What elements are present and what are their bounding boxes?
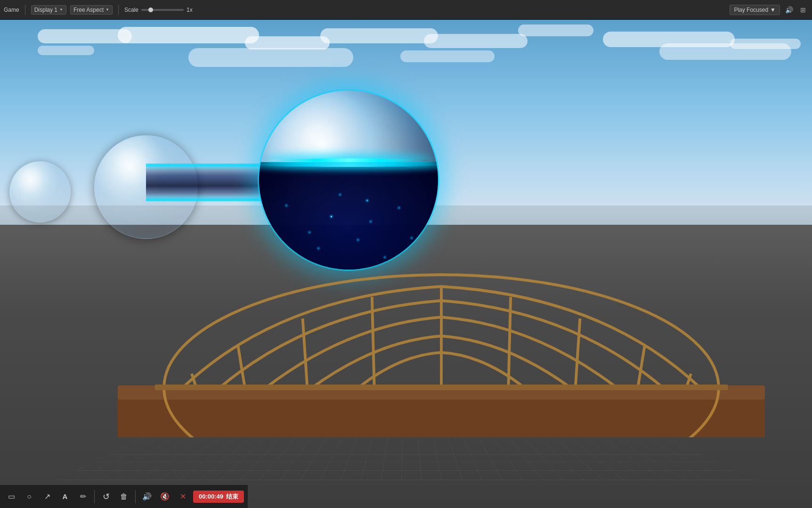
record-time: 00:00:49 <box>199 493 223 500</box>
rect-icon: ▭ <box>8 492 15 501</box>
play-focused-label: Play Focused <box>734 7 768 13</box>
audio-icon: 🔊 <box>142 492 152 501</box>
sparkle-8 <box>384 257 385 258</box>
text-icon: A <box>63 492 68 500</box>
sparkle-9 <box>295 259 296 260</box>
record-button[interactable]: 00:00:49 结束 <box>193 491 244 503</box>
sparkle-3 <box>340 194 341 195</box>
svg-line-6 <box>303 319 308 388</box>
arch-svg <box>118 272 765 437</box>
sparkle-12 <box>366 200 368 201</box>
play-focused-chevron: ▼ <box>770 7 776 13</box>
rect-tool-button[interactable]: ▭ <box>4 489 19 504</box>
pen-tool-button[interactable]: ✏ <box>75 489 90 504</box>
svg-line-7 <box>576 319 580 388</box>
arch-structure <box>118 272 765 437</box>
audio-icon-btn[interactable]: 🔊 <box>784 5 794 15</box>
sparkle-7 <box>357 239 358 240</box>
svg-rect-12 <box>155 385 728 390</box>
delete-button[interactable]: 🗑 <box>116 489 131 504</box>
mute-icon: 🔇 <box>160 492 170 501</box>
aspect-chevron: ▼ <box>106 8 109 12</box>
svg-line-8 <box>238 345 245 388</box>
scene-container <box>0 43 812 461</box>
audio-icon: 🔊 <box>785 6 793 14</box>
cloud-2 <box>118 27 259 43</box>
aspect-dropdown[interactable]: Free Aspect ▼ <box>70 5 113 15</box>
close-icon: ✕ <box>180 492 186 501</box>
svg-line-9 <box>638 345 645 388</box>
display-dropdown[interactable]: Display 1 ▼ <box>31 5 66 15</box>
sparkle-10 <box>411 238 412 238</box>
liquid-fill <box>259 162 438 270</box>
sparkle-4 <box>370 221 371 222</box>
game-viewport[interactable] <box>0 20 812 508</box>
circle-tool-button[interactable]: ○ <box>22 489 37 504</box>
top-toolbar: Game Display 1 ▼ Free Aspect ▼ Scale 1x … <box>0 0 812 20</box>
svg-rect-1 <box>118 400 765 437</box>
scale-container: Scale 1x <box>124 7 193 13</box>
sparkle-1 <box>286 205 287 206</box>
scale-thumb <box>148 8 153 12</box>
grid-icon-btn[interactable]: ⊞ <box>798 5 808 15</box>
toolbar-right: Play Focused ▼ 🔊 ⊞ <box>730 5 808 15</box>
sparkle-2 <box>309 232 310 233</box>
arrow-icon: ↗ <box>44 492 50 501</box>
text-tool-button[interactable]: A <box>57 489 73 504</box>
sparkle-6 <box>318 248 319 249</box>
sep-1 <box>25 5 25 15</box>
display-chevron: ▼ <box>59 8 63 12</box>
mute-button[interactable]: 🔇 <box>157 489 172 504</box>
close-button[interactable]: ✕ <box>175 489 190 504</box>
cloud-4 <box>320 28 438 43</box>
small-sphere <box>9 161 71 222</box>
btm-sep-2 <box>135 490 136 503</box>
play-focused-button[interactable]: Play Focused ▼ <box>730 5 780 15</box>
display-label: Display 1 <box>34 7 57 13</box>
sep-2 <box>118 5 119 15</box>
scale-label: Scale <box>124 7 138 13</box>
cloud-6 <box>518 25 593 36</box>
btm-sep-1 <box>94 490 95 503</box>
toolbar-title: Game <box>4 7 19 13</box>
bottom-toolbar: ▭ ○ ↗ A ✏ ↺ 🗑 🔊 🔇 ✕ 00:00:49 结束 <box>0 484 248 508</box>
circle-icon: ○ <box>27 492 32 501</box>
delete-icon: 🗑 <box>120 492 128 501</box>
arrow-tool-button[interactable]: ↗ <box>40 489 55 504</box>
aspect-label: Free Aspect <box>73 7 104 13</box>
scale-slider[interactable] <box>141 9 184 11</box>
undo-icon: ↺ <box>103 492 110 502</box>
sparkles-container <box>259 162 438 270</box>
sparkle-11 <box>331 216 332 217</box>
scale-value: 1x <box>187 7 193 13</box>
audio-button[interactable]: 🔊 <box>139 489 154 504</box>
undo-button[interactable]: ↺ <box>98 489 114 504</box>
main-sphere <box>259 90 438 270</box>
sparkle-5 <box>398 207 399 208</box>
pen-icon: ✏ <box>80 492 86 501</box>
grid-icon: ⊞ <box>800 6 806 14</box>
record-end-label: 结束 <box>226 492 238 501</box>
